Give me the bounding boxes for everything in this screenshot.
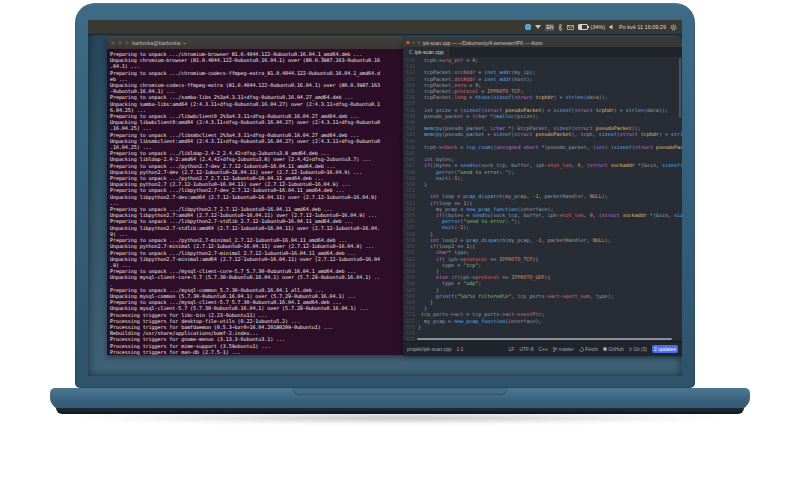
laptop-base: [50, 388, 750, 410]
keyboard-layout-indicator[interactable]: EN: [545, 20, 554, 34]
status-line-ending[interactable]: LF: [509, 346, 515, 352]
git-branch-icon: [553, 347, 557, 352]
code-text: my_pcap = new_pcap_function(interface);: [418, 318, 541, 324]
keyboard-layout-label: EN: [545, 24, 554, 31]
mail-indicator[interactable]: [567, 20, 574, 34]
volume-icon: [609, 24, 615, 30]
battery-indicator[interactable]: (34%): [578, 20, 605, 34]
clock-indicator[interactable]: Po kvě 11 16:09:29: [619, 20, 666, 34]
status-branch[interactable]: master: [553, 346, 574, 352]
terminal-window: barborka@barborka: ~ Preparing to unpack…: [107, 36, 403, 355]
code-text: tcph->urg_ptr = 0;: [418, 57, 478, 63]
vertical-scrollbar[interactable]: [679, 58, 681, 118]
bluetooth-icon: [558, 24, 563, 31]
status-git-changes[interactable]: ± Git (3): [629, 346, 647, 352]
session-menu[interactable]: [670, 20, 677, 34]
laptop-base-notch: [293, 388, 508, 395]
desktop-menubar: EN (34%) Po kvě 11 16:09:29: [88, 20, 682, 34]
code-line: 542 memcpy(pseudo_packet + sizeof(struct…: [403, 131, 682, 137]
blue-status-icon: [525, 24, 531, 30]
close-button[interactable]: [406, 41, 410, 45]
terminal-line: Unpacking libldap-2.4-2:amd64 (2.4.42+df…: [110, 156, 400, 162]
minimize-button[interactable]: [118, 41, 122, 45]
down-arrow-icon: [535, 25, 541, 29]
laptop-lid: EN (34%) Po kvě 11 16:09:29: [75, 3, 695, 388]
code-text: printf("%d/%s filtered\n", tcp_ports->ac…: [418, 293, 614, 299]
cpp-file-icon: C: [409, 49, 413, 55]
bluetooth-indicator[interactable]: [558, 20, 563, 34]
terminal-line: Unpacking libpython2.7-stdlib:amd64 (2.7…: [110, 225, 400, 231]
terminal-line: Unpacking mysql-client-5.7 (5.7.30-0ubun…: [110, 305, 400, 311]
horizontal-scrollbar[interactable]: [417, 338, 672, 340]
github-icon: [603, 347, 607, 351]
desktop-screen: EN (34%) Po kvě 11 16:09:29: [88, 20, 682, 376]
editor-titlebar[interactable]: ipk-scan.cpp — ~/Dokumenty/4.semester/IP…: [403, 38, 682, 47]
close-button[interactable]: [111, 41, 115, 45]
terminal-title: barborka@barborka: ~: [132, 40, 186, 46]
code-text: tcph->check = tcp_csum((unsigned short *…: [418, 144, 682, 150]
terminal-line: Unpacking chromium-browser (81.0.4044.12…: [110, 57, 400, 63]
terminal-line: Preparing to unpack .../libsmbclient_2%3…: [110, 132, 400, 138]
status-updates-badge[interactable]: 2 updates: [652, 345, 678, 353]
status-cursor-position[interactable]: 1:1: [456, 346, 463, 352]
editor-statusbar: projekt/ipk-scan.cpp 1:1 LF UTF-8 C++ ma…: [403, 341, 682, 356]
terminal-line: Unpacking libsmbclient:amd64 (2:4.3.11+d…: [110, 138, 400, 144]
laptop-mockup: EN (34%) Po kvě 11 16:09:29: [0, 0, 800, 477]
app-indicator[interactable]: [525, 20, 531, 34]
terminal-line: Unpacking mysql-client-core-5.7 (5.7.30-…: [110, 274, 400, 280]
terminal-line: Unpacking libpython2.7-dev:amd64 (2.7.12…: [110, 194, 400, 200]
editor-title: ipk-scan.cpp — ~/Dokumenty/4.semester/IP…: [423, 40, 543, 46]
code-text: tcpPacket.leng = htons(sizeof(struct tcp…: [418, 94, 608, 100]
terminal-output[interactable]: Preparing to unpack .../chromium-browser…: [107, 49, 403, 355]
terminal-line: Unpacking samba-libs:amd64 (2:4.3.11+dfs…: [110, 101, 400, 107]
terminal-line: Unpacking libwbclient0:amd64 (2:4.3.11+d…: [110, 119, 400, 125]
maximize-button[interactable]: [125, 41, 129, 45]
status-fetch[interactable]: Fetch: [579, 346, 598, 352]
editor-window: ipk-scan.cpp — ~/Dokumenty/4.semester/IP…: [403, 38, 682, 356]
tab-label: ipk-scan.cpp: [415, 49, 444, 55]
status-grammar[interactable]: C++: [539, 346, 548, 352]
diff-icon: ±: [629, 346, 632, 352]
download-indicator[interactable]: [535, 20, 541, 34]
code-line: 544 tcph->check = tcp_csum((unsigned sho…: [403, 144, 682, 150]
battery-percent: (34%): [590, 24, 605, 30]
terminal-line: Unpacking libpython2.7-minimal:amd64 (2.…: [110, 256, 400, 262]
tab-ipk-scan-cpp[interactable]: C ipk-scan.cpp: [403, 47, 451, 57]
terminal-line: Unpacking python2.7-minimal (2.7.12-1ubu…: [110, 243, 400, 249]
terminal-titlebar[interactable]: barborka@barborka: ~: [107, 36, 403, 49]
status-file-path[interactable]: projekt/ipk-scan.cpp: [407, 346, 451, 352]
maximize-button[interactable]: [417, 41, 421, 45]
code-editor[interactable]: 530 tcph->urg_ptr = 0;531 532 tcpPacket.…: [403, 57, 682, 342]
editor-tabbar: C ipk-scan.cpp: [403, 47, 682, 57]
battery-icon: [578, 24, 588, 30]
status-github[interactable]: GitHub: [603, 346, 624, 352]
clock: Po kvě 11 16:09:29: [619, 24, 666, 30]
volume-indicator[interactable]: [609, 20, 615, 34]
code-text: pseudo_packet = (char *)malloc(psize);: [418, 113, 538, 119]
laptop-shadow: [70, 413, 730, 423]
code-text: memcpy(pseudo_packet + sizeof(struct pse…: [418, 131, 682, 137]
mail-icon: [567, 25, 574, 30]
terminal-line: Preparing to unpack .../chromium-codecs-…: [110, 70, 400, 76]
status-encoding[interactable]: UTF-8: [519, 346, 533, 352]
minimize-button[interactable]: [412, 41, 416, 45]
session-gear-icon: [670, 24, 677, 31]
sync-icon: [579, 347, 584, 352]
